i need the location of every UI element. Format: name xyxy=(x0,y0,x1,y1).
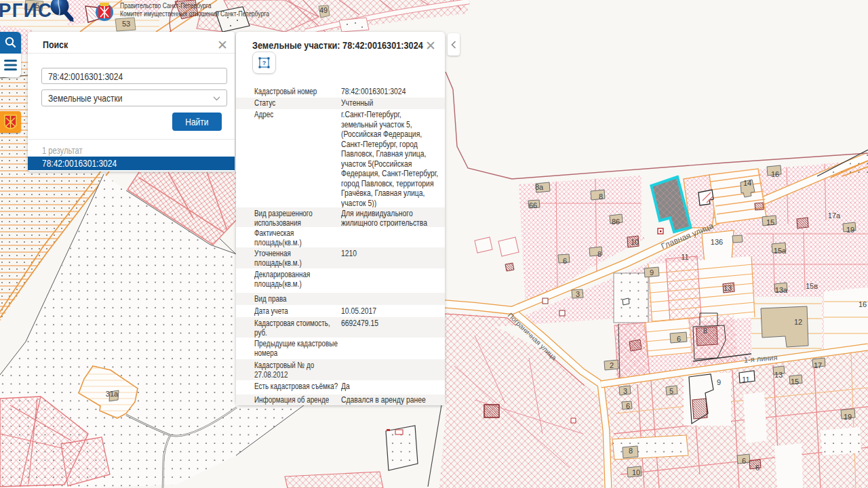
svg-text:9: 9 xyxy=(650,268,654,277)
svg-text:6: 6 xyxy=(677,335,681,343)
svg-text:13: 13 xyxy=(774,371,783,379)
svg-text:13: 13 xyxy=(724,284,732,292)
svg-text:15в: 15в xyxy=(806,282,818,290)
svg-text:5: 5 xyxy=(669,387,673,395)
svg-text:6: 6 xyxy=(563,257,567,265)
svg-text:15: 15 xyxy=(791,378,799,386)
svg-text:15: 15 xyxy=(766,218,774,226)
svg-text:2: 2 xyxy=(610,361,614,369)
svg-text:?: ? xyxy=(262,60,267,66)
svg-text:9: 9 xyxy=(717,378,721,386)
svg-text:10: 10 xyxy=(632,468,640,476)
svg-text:14: 14 xyxy=(743,179,751,187)
svg-text:8: 8 xyxy=(597,250,601,258)
svg-text:11: 11 xyxy=(742,375,749,384)
svg-text:13а: 13а xyxy=(775,286,788,294)
svg-text:6: 6 xyxy=(755,464,760,472)
svg-text:19: 19 xyxy=(846,226,854,234)
svg-text:17: 17 xyxy=(814,361,822,369)
svg-text:15а: 15а xyxy=(774,247,787,255)
svg-text:17а: 17а xyxy=(828,211,841,220)
svg-text:8: 8 xyxy=(599,192,603,201)
svg-text:6: 6 xyxy=(626,402,630,410)
svg-text:12: 12 xyxy=(794,318,802,326)
svg-text:31а: 31а xyxy=(106,390,119,398)
svg-text:3: 3 xyxy=(623,387,627,395)
svg-text:8: 8 xyxy=(629,447,633,455)
svg-text:3: 3 xyxy=(576,290,580,298)
svg-text:8: 8 xyxy=(703,327,707,335)
svg-text:16: 16 xyxy=(859,300,867,308)
svg-text:6: 6 xyxy=(742,457,746,465)
svg-text:10: 10 xyxy=(631,238,639,246)
svg-text:11: 11 xyxy=(681,253,688,261)
svg-text:16: 16 xyxy=(771,170,779,178)
svg-text:66: 66 xyxy=(529,201,537,209)
svg-text:136: 136 xyxy=(711,238,723,246)
svg-text:19: 19 xyxy=(844,413,852,421)
svg-text:86: 86 xyxy=(612,218,620,226)
svg-text:8а: 8а xyxy=(535,183,544,191)
